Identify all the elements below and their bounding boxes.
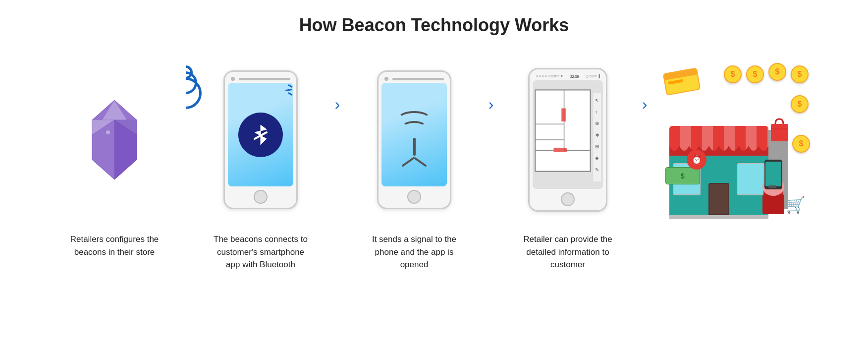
step-4-image: ✦✦✦✦ Carrier ▼ 22:59 ◻ 62% ▐: [528, 56, 607, 224]
floor-plan-svg: ↖ ↕ ⊕ ❖ ⊞ ◈ ✎: [533, 80, 603, 189]
svg-text:⊞: ⊞: [595, 144, 599, 149]
page: How Beacon Technology Works Retailers co…: [0, 0, 868, 351]
svg-text:❖: ❖: [595, 132, 599, 138]
step-3: It sends a signal to the phone and the a…: [352, 56, 476, 271]
coin-5: $: [791, 95, 809, 113]
svg-rect-27: [765, 162, 781, 186]
coin-4: $: [791, 65, 809, 83]
coin-2: $: [746, 65, 764, 83]
coin-3: $: [768, 63, 786, 81]
phone-home-button-2: [407, 190, 421, 204]
arrow-3: ›: [476, 95, 506, 114]
phone-floorplan-mockup: ✦✦✦✦ Carrier ▼ 22:59 ◻ 62% ▐: [528, 68, 607, 212]
step-1-text: Retailers configures the beacons in thei…: [65, 233, 164, 258]
step-5: $ $ $ $ $ $ $ ⏰: [659, 56, 808, 224]
page-title: How Beacon Technology Works: [299, 15, 569, 36]
steps-container: Retailers configures the beacons in thei…: [20, 56, 848, 271]
coin-6: $: [792, 135, 810, 153]
credit-card-icon: [663, 67, 701, 95]
arrow-icon-2: ›: [488, 95, 494, 114]
svg-text:↖: ↖: [595, 98, 599, 103]
step-2: The beacons connects to customer's smart…: [199, 56, 323, 271]
step-3-text: It sends a signal to the phone and the a…: [365, 233, 464, 271]
step-4-text: Retailer can provide the detailed inform…: [518, 233, 617, 271]
svg-text:⊕: ⊕: [595, 120, 599, 126]
svg-rect-7: [535, 90, 590, 171]
bluetooth-icon: [238, 113, 283, 157]
phone-home-button: [254, 190, 268, 204]
phone-screen-floorplan: ↖ ↕ ⊕ ❖ ⊞ ◈ ✎: [533, 80, 603, 189]
svg-text:◈: ◈: [595, 155, 599, 161]
step-5-image: $ $ $ $ $ $ $ ⏰: [659, 56, 808, 224]
phone-home-button-3: [561, 192, 575, 206]
arrow-icon: ›: [335, 95, 340, 114]
arrow-4: ›: [630, 95, 659, 114]
beacon-gem-icon: [82, 95, 147, 184]
coin-1: $: [724, 65, 742, 83]
bt-signal-icon: [285, 85, 293, 95]
clock-icon: ⏰: [687, 150, 706, 170]
step-1-image: [82, 56, 147, 224]
svg-rect-13: [561, 109, 565, 121]
phone-screen-signal: [381, 83, 447, 186]
svg-rect-29: [771, 124, 788, 141]
bluetooth-waves-icon: [170, 65, 193, 109]
arrow-2: ›: [323, 95, 352, 114]
signal-tower-icon: [397, 111, 432, 159]
svg-rect-14: [553, 148, 566, 152]
svg-point-6: [106, 130, 110, 134]
arrow-icon-3: ›: [642, 95, 648, 114]
phone-signal-mockup: [377, 70, 451, 209]
money-bill-icon: $: [665, 167, 700, 184]
step-3-image: [377, 56, 451, 224]
phone-screen-bluetooth: [228, 83, 293, 186]
svg-text:✎: ✎: [595, 167, 599, 173]
arrow-1: [169, 95, 199, 109]
svg-text:↕: ↕: [595, 109, 597, 115]
svg-rect-28: [768, 185, 776, 188]
step-1: Retailers configures the beacons in thei…: [60, 56, 169, 258]
step-2-image: [223, 56, 298, 224]
step-2-text: The beacons connects to customer's smart…: [211, 233, 310, 271]
step-4: ✦✦✦✦ Carrier ▼ 22:59 ◻ 62% ▐: [506, 56, 630, 271]
shopping-cart-icon: 🛒: [786, 195, 806, 214]
svg-rect-24: [762, 194, 784, 214]
shopping-bag-icon: [768, 115, 791, 142]
